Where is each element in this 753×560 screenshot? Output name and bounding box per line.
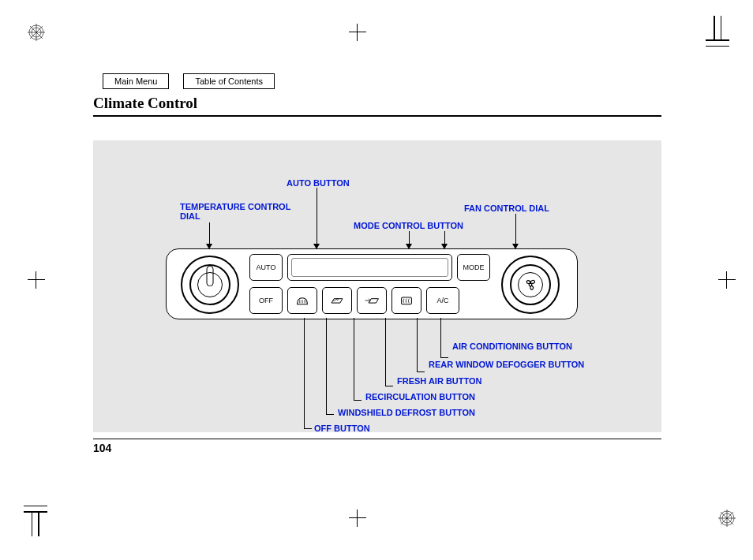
off-button: OFF [249, 287, 283, 314]
fan-control-dial [501, 256, 560, 314]
label-auto-button: AUTO BUTTON [287, 178, 350, 188]
crop-cross-icon [28, 271, 45, 289]
diagram-panel: AUTO BUTTON TEMPERATURE CONTROL DIAL MOD… [93, 140, 661, 432]
page-number: 104 [93, 442, 111, 454]
label-ac-button: AIR CONDITIONING BUTTON [452, 342, 572, 351]
manual-page: Main Menu Table of Contents Climate Cont… [0, 0, 753, 560]
svg-point-12 [529, 283, 532, 286]
label-fan-dial: FAN CONTROL DIAL [464, 203, 549, 213]
recirculation-button [322, 287, 352, 314]
climate-control-unit: AUTO MODE OFF A/C [166, 248, 578, 319]
label-recirculation: RECIRCULATION BUTTON [365, 392, 475, 401]
mode-button: MODE [457, 254, 490, 281]
windshield-defrost-button [287, 287, 317, 314]
crop-mark-icon [24, 505, 55, 536]
crop-cross-icon [349, 24, 366, 41]
nav-bar: Main Menu Table of Contents [103, 73, 275, 89]
fresh-air-button [357, 287, 387, 314]
crop-mark-icon [698, 16, 729, 47]
crop-cross-icon [349, 510, 366, 527]
defrost-icon [294, 294, 310, 307]
crop-cross-icon [718, 271, 736, 289]
label-rear-defogger: REAR WINDOW DEFOGGER BUTTON [429, 360, 584, 369]
auto-button: AUTO [249, 254, 283, 281]
temperature-control-dial [181, 256, 239, 314]
label-windshield-defrost: WINDSHIELD DEFROST BUTTON [338, 408, 475, 417]
fan-icon [522, 276, 539, 293]
label-fresh-air: FRESH AIR BUTTON [397, 376, 482, 386]
rear-defog-icon [399, 294, 414, 307]
display-screen [287, 254, 452, 281]
ac-button: A/C [426, 287, 459, 314]
footer-rule [93, 439, 661, 439]
fresh-air-icon [364, 294, 380, 307]
main-menu-button[interactable]: Main Menu [103, 73, 169, 89]
svg-rect-13 [402, 297, 412, 304]
page-title: Climate Control [93, 95, 197, 112]
recirculation-icon [329, 294, 345, 307]
label-off-button: OFF BUTTON [314, 424, 370, 433]
title-rule [93, 115, 661, 117]
label-mode-button: MODE CONTROL BUTTON [354, 221, 463, 230]
toc-button[interactable]: Table of Contents [183, 73, 275, 89]
rear-defogger-button [391, 287, 421, 314]
registration-mark-icon [718, 510, 736, 527]
label-temperature-dial: TEMPERATURE CONTROL DIAL [180, 202, 290, 221]
registration-mark-icon [28, 24, 45, 41]
